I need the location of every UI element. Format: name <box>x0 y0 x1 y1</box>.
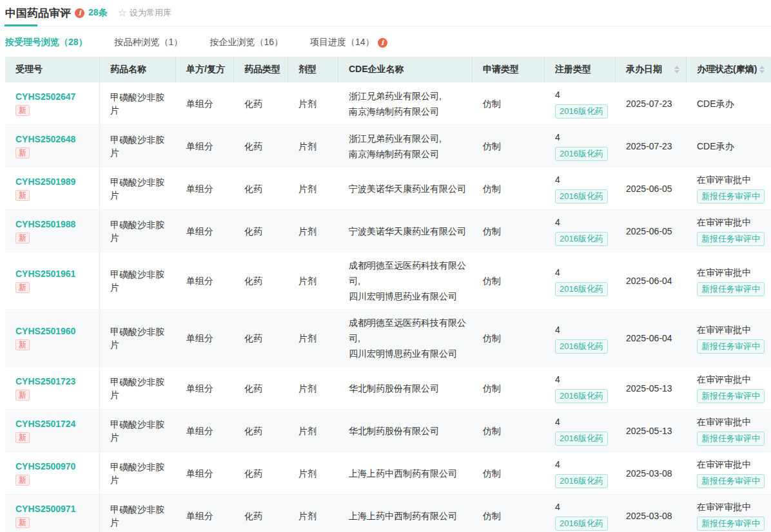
new-badge: 新 <box>15 190 30 201</box>
cell-dosage-form: 片剂 <box>288 410 338 451</box>
set-favorite-button[interactable]: ☆ 设为常用库 <box>118 7 171 19</box>
sort-undertake-date-button[interactable] <box>674 66 679 73</box>
cell-acceptance-number: CYHS2501961 新 <box>5 252 100 309</box>
registration-number: 4 <box>555 415 560 428</box>
mono-compound: 单组分 <box>186 509 213 522</box>
company-name: 上海上药中西制药有限公司 <box>349 466 457 481</box>
acceptance-number-link[interactable]: CYHS2501988 <box>15 219 75 229</box>
sort-processing-status-button[interactable] <box>759 66 765 73</box>
cell-registration-type: 4 2016版化药 <box>545 252 616 309</box>
cell-drug-name: 甲磺酸沙非胺片 <box>100 452 176 494</box>
cell-drug-type: 化药 <box>234 210 288 252</box>
cell-drug-name: 甲磺酸沙非胺片 <box>100 125 176 167</box>
cell-drug-type: 化药 <box>234 310 288 366</box>
status-badge: 新报任务审评中 <box>697 189 765 204</box>
cell-drug-name: 甲磺酸沙非胺片 <box>100 210 176 252</box>
registration-number: 4 <box>555 500 560 513</box>
undertake-date: 2025-06-05 <box>626 182 672 195</box>
application-type: 仿制 <box>483 140 501 153</box>
dosage-form: 片剂 <box>298 225 317 238</box>
acceptance-number-link[interactable]: CYHS2502648 <box>15 134 75 144</box>
registration-type-tag: 2016版化药 <box>555 189 608 204</box>
cell-acceptance-number: CYHS2502648 新 <box>5 125 100 167</box>
cell-acceptance-number: CYHS2501960 新 <box>5 310 100 366</box>
undertake-date: 2025-05-13 <box>626 382 672 395</box>
cell-registration-type: 4 2016版化药 <box>545 452 616 494</box>
cell-dosage-form: 片剂 <box>288 82 338 124</box>
acceptance-number-link[interactable]: CYHS2501724 <box>15 419 75 429</box>
cell-drug-type: 化药 <box>234 167 288 209</box>
company-name: 上海上药中西制药有限公司 <box>349 508 457 524</box>
drug-name: 甲磺酸沙非胺片 <box>110 91 171 117</box>
company-name: 成都明德至远医药科技有限公司, <box>349 315 467 346</box>
cell-drug-type: 化药 <box>234 495 288 532</box>
project-progress-info-icon[interactable]: i <box>378 38 387 48</box>
acceptance-number-link[interactable]: CYHS2501989 <box>15 176 75 187</box>
processing-status: 在审评审批中 <box>697 415 751 428</box>
mono-compound: 单组分 <box>186 97 213 110</box>
cell-acceptance-number: CYHS2501988 新 <box>5 210 100 252</box>
cell-registration-type: 4 2016版化药 <box>545 310 616 366</box>
cell-application-type: 仿制 <box>473 410 545 451</box>
acceptance-number-link[interactable]: CYHS2501961 <box>15 269 75 279</box>
acceptance-number-link[interactable]: CYHS2500971 <box>15 504 75 514</box>
header-acceptance-number: 受理号 <box>5 57 100 82</box>
drug-type: 化药 <box>244 140 262 153</box>
cell-dosage-form: 片剂 <box>288 495 338 532</box>
cell-drug-name: 甲磺酸沙非胺片 <box>100 410 176 451</box>
tab-by-variety[interactable]: 按品种浏览（1） <box>115 37 183 48</box>
page-title: 中国药品审评 <box>5 6 71 21</box>
company-name: 南京海纳制药有限公司 <box>349 146 439 162</box>
cell-registration-type: 4 2016版化药 <box>545 410 616 451</box>
undertake-date: 2025-03-08 <box>626 467 672 480</box>
drug-name: 甲磺酸沙非胺片 <box>110 133 171 159</box>
tab-by-acceptance-number[interactable]: 按受理号浏览（28） <box>5 37 88 48</box>
sort-asc-icon <box>759 66 765 69</box>
header-cde-company: CDE企业名称 <box>338 57 473 82</box>
table-row: CYHS2501960 新 甲磺酸沙非胺片 单组分 化药 片剂 成都明德至远医药… <box>5 310 771 367</box>
cell-undertake-date: 2025-06-05 <box>616 210 687 252</box>
acceptance-number-link[interactable]: CYHS2500970 <box>15 461 75 471</box>
title-divider <box>0 26 771 26</box>
acceptance-number-link[interactable]: CYHS2501960 <box>15 326 75 336</box>
new-badge: 新 <box>15 282 30 293</box>
registration-type-tag: 2016版化药 <box>555 104 608 119</box>
acceptance-number-link[interactable]: CYHS2502647 <box>15 91 75 102</box>
application-type: 仿制 <box>483 182 501 195</box>
undertake-date: 2025-06-04 <box>626 274 672 287</box>
dosage-form: 片剂 <box>298 140 317 153</box>
cell-drug-type: 化药 <box>234 252 288 309</box>
processing-status: 在审评审批中 <box>697 173 751 186</box>
company-name: 南京海纳制药有限公司 <box>349 104 439 119</box>
cell-processing-status: 在审评审批中 新报任务审评中 <box>687 210 771 252</box>
status-badge: 新报任务审评中 <box>697 389 765 403</box>
cell-registration-type: 4 2016版化药 <box>545 367 616 409</box>
title-info-icon[interactable]: i <box>75 8 84 18</box>
review-table: 受理号 药品名称 单方/复方 药品类型 剂型 CDE企业名称 申请类型 注册类型… <box>5 57 771 532</box>
cell-drug-name: 甲磺酸沙非胺片 <box>100 252 176 309</box>
table-body: CYHS2502647 新 甲磺酸沙非胺片 单组分 化药 片剂 浙江兄弟药业有限… <box>5 82 771 532</box>
cell-acceptance-number: CYHS2500971 新 <box>5 495 100 532</box>
sort-desc-icon <box>759 70 765 73</box>
favorite-label: 设为常用库 <box>130 7 171 19</box>
cell-undertake-date: 2025-05-13 <box>616 410 687 451</box>
drug-name: 甲磺酸沙非胺片 <box>110 268 171 294</box>
tab-project-progress[interactable]: 项目进度（14） i <box>310 37 387 48</box>
dosage-form: 片剂 <box>298 509 317 522</box>
mono-compound: 单组分 <box>186 382 213 395</box>
tab-by-enterprise[interactable]: 按企业浏览（16） <box>210 37 283 48</box>
registration-number: 4 <box>555 458 560 471</box>
cell-registration-type: 4 2016版化药 <box>545 167 616 209</box>
cell-drug-type: 化药 <box>234 367 288 409</box>
new-badge: 新 <box>15 339 30 350</box>
star-icon: ☆ <box>118 8 127 18</box>
processing-status: 在审评审批中 <box>697 458 751 471</box>
registration-number: 4 <box>555 323 560 336</box>
cell-mono-compound: 单组分 <box>176 367 234 409</box>
cell-dosage-form: 片剂 <box>288 252 338 309</box>
registration-type-tag: 2016版化药 <box>555 432 608 446</box>
company-name: 四川宏明博思药业有限公司 <box>349 289 457 304</box>
acceptance-number-link[interactable]: CYHS2501723 <box>15 376 75 386</box>
cell-undertake-date: 2025-05-13 <box>616 367 687 409</box>
cell-mono-compound: 单组分 <box>176 252 234 309</box>
